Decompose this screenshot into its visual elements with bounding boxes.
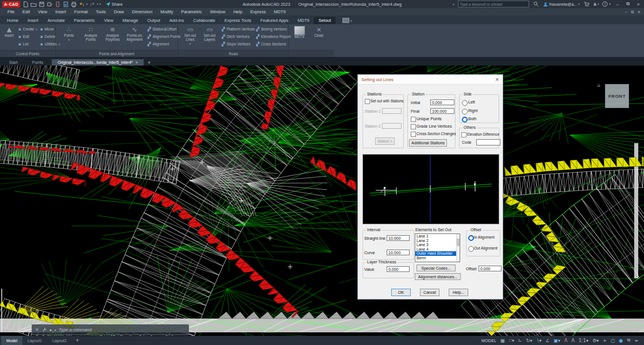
menu-window[interactable]: Window [206,9,230,14]
unique-points-checkbox[interactable] [411,117,416,122]
tab-manage[interactable]: Manage [118,17,142,24]
ribbon-set-out-layers[interactable]: ▭ Set-out Layers [200,25,219,45]
straight-line-field[interactable] [387,235,410,241]
new-layout-button[interactable]: + [72,338,83,343]
object-snap-icon[interactable]: ▣▾ [554,338,561,343]
list-item[interactable]: Berm [415,256,460,260]
menu-file[interactable]: File [3,9,18,14]
grid-icon[interactable]: ▦ [500,338,505,343]
account-menu[interactable]: fnavarrete@a... ▾ [543,2,580,7]
code-field[interactable] [476,139,500,145]
autoscale-icon[interactable]: A [572,338,574,343]
list-item[interactable]: Lane 1 [415,234,460,239]
alignment-distances-button[interactable]: Alignment distances... [415,273,461,280]
ribbon-points[interactable]: ∴ Points ▾ [59,25,79,42]
ribbon-list[interactable]: ▪ List [18,40,36,48]
menu-draw[interactable]: Draw [110,9,128,14]
autocad-logo-icon[interactable]: A·CAD [2,1,20,7]
menu-view[interactable]: View [34,9,51,14]
ribbon-delete[interactable]: ▪ Delete [40,33,57,40]
model-tab[interactable]: Model [1,336,22,345]
model-space-label[interactable]: MODEL [481,339,496,343]
out-alignment-radio[interactable] [468,246,474,252]
ribbon-set-out-lines[interactable]: ▭ Set-out Lines ▾ [181,25,199,45]
ribbon-alignment[interactable]: ▞ Alignment [148,40,180,48]
command-line[interactable]: × ▸_ ▾ Type a command [32,324,189,335]
side-both-radio[interactable] [462,117,468,122]
panel-label[interactable]: Points and Alignment [56,50,178,57]
polar-tracking-icon[interactable]: ↻▾ [526,338,533,343]
viewcube[interactable]: FRONT [605,84,629,108]
side-left-radio[interactable] [462,100,468,106]
menu-help[interactable]: Help [229,9,246,14]
tab-parametric[interactable]: Parametric [70,17,99,24]
listbox-scrollbar[interactable] [456,234,460,262]
list-item[interactable]: Lane 4 [415,247,460,252]
tab-view[interactable]: View [99,17,118,24]
station1-field[interactable] [382,108,402,114]
layout1-tab[interactable]: Layout1 [22,336,47,345]
menu-parametric[interactable]: Parametric [177,9,206,14]
special-codes-button[interactable]: Special Codes... [417,264,456,271]
graphics-performance-icon[interactable]: ● [619,338,623,343]
clean-screen-icon[interactable]: ⧉ [627,338,631,343]
isolate-objects-icon[interactable]: ▢ [611,338,615,343]
annotation-visibility-icon[interactable]: A [564,338,567,343]
curve-field[interactable] [387,250,410,255]
search-icon[interactable] [533,1,539,7]
elements-listbox[interactable]: Lane 1Lane 2Lane 3Lane 4Outer Hard Shoul… [415,233,460,262]
ribbon-create[interactable]: ▪ Create ▾ [18,25,36,33]
menu-tools[interactable]: Tools [92,9,110,14]
ribbon-move[interactable]: ▪ Move [40,25,57,33]
ribbon-platform-vertices[interactable]: ▞ Platform Vertices [222,25,252,33]
help-button[interactable]: Help... [449,289,468,296]
new-file-icon[interactable] [22,1,29,7]
tab-add-ins[interactable]: Add-ins [165,17,188,24]
annotation-scale-icon[interactable]: 1:1▾ [579,338,588,343]
ribbon-utilities[interactable]: ▪ Utilities ▾ [40,40,57,48]
side-right-radio[interactable] [462,109,468,114]
object-snap-tracking-icon[interactable]: ∠ [546,338,550,343]
redo-caret-icon[interactable]: ▾ [97,2,99,6]
dialog-close-icon[interactable]: × [495,76,499,82]
panel-label[interactable]: Road [178,50,288,57]
ribbon-edit[interactable]: ▪ Edit [18,33,36,40]
list-item[interactable]: Outer Hard Shoulder [415,251,460,256]
tab-collaborate[interactable]: Collaborate [188,17,219,24]
tab-express-tools[interactable]: Express Tools [220,17,256,24]
cross-section-preview[interactable] [363,154,499,224]
help-menu[interactable]: ? ▾ [602,1,611,7]
tab-annotate[interactable]: Annotate [43,17,70,24]
menu-insert[interactable]: Insert [51,9,70,14]
qat-customize-icon[interactable]: ▾ [99,2,101,6]
snap-icon[interactable]: ∷▾ [509,338,514,343]
doc-tab-start[interactable]: Start [3,59,26,66]
doc-minimize-button[interactable]: ‒ [625,10,627,14]
doc-close-button[interactable]: × [637,10,641,14]
undo-caret-icon[interactable]: ▾ [86,2,88,6]
layer-thickness-field[interactable] [387,266,410,272]
ribbon-slope-vertices[interactable]: ▞ Slope Vertices [222,40,252,48]
list-item[interactable]: Lane 2 [415,239,460,243]
search-input[interactable] [460,2,527,6]
initial-station-field[interactable] [430,99,454,105]
menu-mdt9[interactable]: MDT9 [270,9,290,14]
ribbon-station-offset[interactable]: ▞ Station&Offset [148,25,180,33]
ribbon-mdt9-button[interactable]: MDT9 [292,25,307,39]
doc-tab-original-interseccion[interactable]: Original_Interseccio...tonda_inter5_inte… [52,59,144,66]
menu-format[interactable]: Format [70,9,92,14]
plot-icon[interactable] [70,1,77,7]
undo-icon[interactable] [78,1,85,7]
tab-output[interactable]: Output [142,17,165,24]
menu-edit[interactable]: Edit [18,9,34,14]
elevation-difference-checkbox[interactable] [461,132,466,137]
grade-line-vertices-checkbox[interactable] [411,124,416,129]
autodesk-access-menu[interactable]: A▾ [593,2,599,6]
annotation-monitor-icon[interactable]: + [603,338,607,343]
ribbon-cross-sections[interactable]: ▞ Cross Sections [256,40,286,48]
terrain-model-view[interactable] [0,66,644,336]
close-button[interactable]: × [635,2,642,7]
minimize-button[interactable]: – [614,2,621,7]
doc-restore-button[interactable]: ⧉ [631,10,634,14]
ribbon-elevations-report[interactable]: ▞ Elevations Report [256,33,286,40]
